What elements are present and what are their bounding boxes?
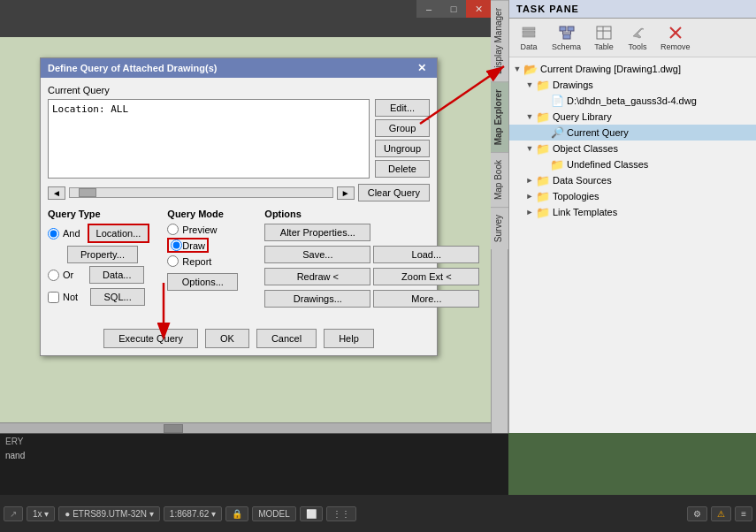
tree-item-data-sources[interactable]: ► 📁 Data Sources xyxy=(509,172,756,188)
zoom-ext-button[interactable]: Zoom Ext < xyxy=(373,268,479,285)
drawings-button[interactable]: Drawings... xyxy=(264,290,370,308)
toolbar-schema[interactable]: Schema xyxy=(546,22,586,53)
expand-drawings[interactable]: ▼ xyxy=(523,79,536,91)
tree-item-link-templates[interactable]: ► 📁 Link Templates xyxy=(509,204,756,220)
side-tab-display-manager[interactable]: Display Manager xyxy=(491,0,508,81)
load-button[interactable]: Load... xyxy=(373,246,479,263)
status-grid[interactable]: ⬜ xyxy=(300,506,323,521)
svg-rect-1 xyxy=(523,31,535,34)
options-button[interactable]: Options... xyxy=(167,273,238,291)
query-type-label: Query Type xyxy=(48,209,149,219)
expand-object-classes[interactable]: ▼ xyxy=(523,142,536,155)
remove-icon xyxy=(667,24,684,42)
side-tab-survey[interactable]: Survey xyxy=(491,207,508,249)
svg-rect-0 xyxy=(523,27,535,30)
status-model[interactable]: MODEL xyxy=(252,506,296,521)
toolbar-data[interactable]: Data xyxy=(513,22,545,53)
status-more[interactable]: ≡ xyxy=(735,506,752,521)
tree-item-topologies[interactable]: ► 📁 Topologies xyxy=(509,188,756,204)
status-icon-pointer: ↗ xyxy=(10,509,17,519)
status-crs[interactable]: ● ETRS89.UTM-32N ▾ xyxy=(58,506,160,521)
tree-item-drawings[interactable]: ▼ 📁 Drawings xyxy=(509,77,756,93)
hscrollbar[interactable] xyxy=(0,422,491,433)
clear-query-button[interactable]: Clear Query xyxy=(358,184,430,201)
minimize-button[interactable]: – xyxy=(416,0,441,18)
tree-item-current-drawing[interactable]: ▼ 📂 Current Drawing [Drawing1.dwg] xyxy=(509,61,756,77)
tree-item-object-classes[interactable]: ▼ 📁 Object Classes xyxy=(509,141,756,156)
tree-item-undefined-classes[interactable]: ► 📁 Undefined Classes xyxy=(509,156,756,172)
radio-and-row: And Location... xyxy=(48,224,149,243)
expand-current-drawing[interactable]: ▼ xyxy=(511,63,523,75)
svg-rect-5 xyxy=(563,34,570,39)
radio-or[interactable] xyxy=(48,270,59,281)
alter-properties-button[interactable]: Alter Properties... xyxy=(264,224,370,241)
more-button[interactable]: More... xyxy=(373,290,479,308)
scroll-track[interactable] xyxy=(69,187,333,198)
ok-button[interactable]: OK xyxy=(205,329,249,348)
options-label: Options xyxy=(264,209,479,219)
restore-button[interactable]: □ xyxy=(441,0,466,18)
status-tools-right[interactable]: ⚙ xyxy=(687,506,707,521)
expand-data-sources[interactable]: ► xyxy=(523,174,536,186)
hscrollbar-thumb[interactable] xyxy=(164,424,183,433)
scroll-thumb[interactable] xyxy=(79,188,96,197)
side-tabs: Display Manager Map Explorer Map Book Su… xyxy=(491,0,508,433)
command-area: ERY nand xyxy=(0,433,508,495)
dialog-close-button[interactable]: ✕ xyxy=(414,62,430,74)
folder-icon-drawings: 📁 xyxy=(536,78,550,92)
toolbar-tools-label: Tools xyxy=(629,42,647,51)
status-dots[interactable]: ⋮⋮ xyxy=(326,506,356,521)
radio-draw[interactable] xyxy=(171,239,182,251)
expand-query-library[interactable]: ▼ xyxy=(523,110,536,123)
task-pane-header: TASK PANE xyxy=(509,0,756,19)
query-side-buttons: Edit... Group Ungroup Delete xyxy=(375,99,430,179)
checkbox-not[interactable] xyxy=(48,292,59,303)
save-button[interactable]: Save... xyxy=(264,246,370,263)
side-tab-map-explorer[interactable]: Map Explorer xyxy=(491,81,508,152)
current-query-label: Current Query xyxy=(48,85,430,95)
redraw-button[interactable]: Redraw < xyxy=(264,268,370,285)
query-textarea[interactable]: Location: ALL xyxy=(48,99,370,179)
status-command: ↗ xyxy=(4,506,23,521)
ungroup-button[interactable]: Ungroup xyxy=(375,140,430,157)
sql-button[interactable]: SQL... xyxy=(90,288,145,306)
radio-preview[interactable] xyxy=(167,224,179,235)
folder-icon-object-classes: 📁 xyxy=(536,141,550,156)
radio-and[interactable] xyxy=(48,228,59,239)
group-button[interactable]: Group xyxy=(375,119,430,137)
status-lock[interactable]: 🔒 xyxy=(225,506,248,521)
tree-label-data-sources: Data Sources xyxy=(553,175,612,186)
radio-report[interactable] xyxy=(167,255,179,267)
expand-topologies[interactable]: ► xyxy=(523,190,536,202)
cancel-button[interactable]: Cancel xyxy=(256,329,317,348)
execute-query-button[interactable]: Execute Query xyxy=(103,329,198,348)
scroll-right-button[interactable]: ► xyxy=(337,186,355,200)
close-main-button[interactable]: ✕ xyxy=(466,0,491,18)
toolbar-tools[interactable]: Tools xyxy=(622,22,653,53)
location-button[interactable]: Location... xyxy=(88,224,150,243)
delete-button[interactable]: Delete xyxy=(375,160,430,178)
scroll-left-button[interactable]: ◄ xyxy=(48,186,65,200)
tree-item-current-query[interactable]: ► 🔎 Current Query xyxy=(509,125,756,141)
tree-label-current-query: Current Query xyxy=(567,127,629,138)
label-and: And xyxy=(63,228,80,239)
toolbar-remove[interactable]: Remove xyxy=(655,22,696,53)
status-warning[interactable]: ⚠ xyxy=(711,506,731,521)
edit-button[interactable]: Edit... xyxy=(375,99,430,117)
label-not: Not xyxy=(63,292,78,302)
tree-label-drawing-file: D:\dhdn_beta_gauss3d-4.dwg xyxy=(567,95,697,106)
expand-link-templates[interactable]: ► xyxy=(523,206,536,218)
tree-item-drawing-file[interactable]: ► 📄 D:\dhdn_beta_gauss3d-4.dwg xyxy=(509,93,756,109)
toolbar-table[interactable]: Table xyxy=(588,22,620,53)
options-section: Options Alter Properties... Save... Load… xyxy=(264,209,479,309)
command-input[interactable]: nand xyxy=(0,449,508,462)
side-tab-map-book[interactable]: Map Book xyxy=(491,152,508,207)
status-zoom[interactable]: 1:8687.62 ▾ xyxy=(164,506,222,521)
tree-label-query-library: Query Library xyxy=(553,111,612,122)
status-scale[interactable]: 1x ▾ xyxy=(27,506,55,521)
property-button[interactable]: Property... xyxy=(67,246,138,263)
help-button[interactable]: Help xyxy=(324,329,374,348)
label-or: Or xyxy=(63,270,73,280)
data-button[interactable]: Data... xyxy=(89,266,144,284)
tree-item-query-library[interactable]: ▼ 📁 Query Library xyxy=(509,109,756,125)
